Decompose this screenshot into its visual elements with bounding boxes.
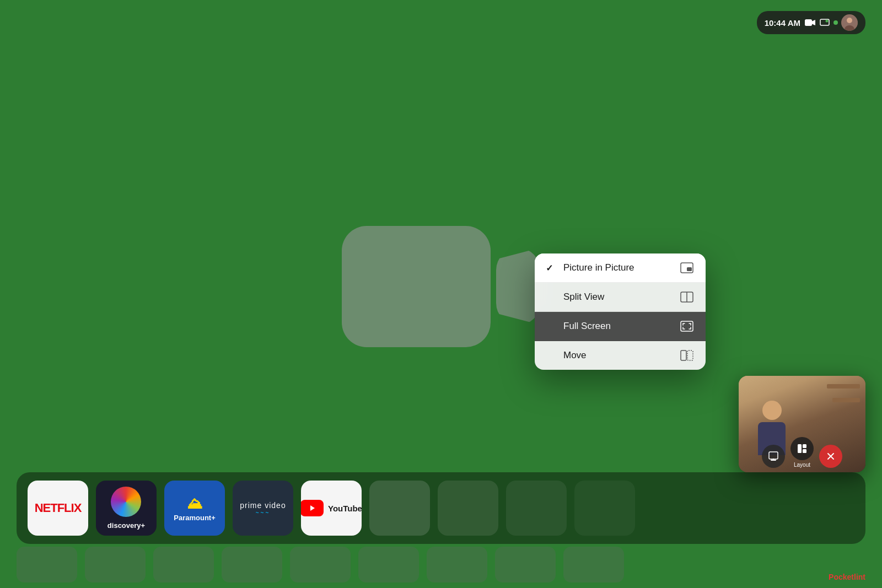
discovery-label: discovery+: [107, 521, 145, 530]
svg-rect-11: [681, 350, 686, 360]
pip-window: Layout: [739, 376, 865, 472]
app-discovery[interactable]: discovery+: [96, 481, 157, 536]
layout-label: Layout: [794, 462, 810, 468]
bottom-app-7: [427, 547, 487, 582]
split-label: Split View: [563, 292, 604, 303]
menu-item-move[interactable]: ✓ Move: [535, 341, 706, 370]
bottom-app-4: [222, 547, 282, 582]
svg-rect-14: [769, 452, 778, 459]
svg-rect-0: [805, 19, 812, 26]
svg-marker-13: [310, 505, 315, 511]
svg-point-2: [826, 20, 829, 23]
move-label: Move: [563, 350, 587, 361]
svg-rect-10: [681, 321, 693, 331]
camera-lens: [496, 248, 540, 325]
pip-close-button[interactable]: [819, 445, 842, 468]
app-prime[interactable]: prime video ~~~: [233, 481, 293, 536]
svg-rect-7: [687, 267, 692, 271]
paramount-content: ⛰ Paramount+: [174, 494, 216, 522]
menu-item-split[interactable]: ✓ Split View: [535, 283, 706, 312]
discovery-ball-icon: [111, 487, 141, 517]
bottom-app-2: [85, 547, 146, 582]
paramount-star-icon: ⛰: [187, 494, 202, 513]
menu-item-move-left: ✓ Move: [546, 350, 587, 361]
status-time: 10:44 AM: [765, 18, 800, 28]
bottom-app-9: [563, 547, 624, 582]
context-menu: ✓ Picture in Picture ✓ Split View ✓ Full…: [535, 253, 706, 370]
app-netflix[interactable]: NETFLIX: [28, 481, 88, 536]
facetime-app-icon: [331, 209, 551, 364]
screen-record-icon: [819, 17, 830, 28]
watermark-suffix: ocketlint: [833, 573, 865, 581]
svg-point-4: [847, 18, 852, 23]
menu-item-fullscreen[interactable]: ✓ Full Screen: [535, 312, 706, 341]
app-youtube[interactable]: YouTube: [301, 481, 362, 536]
avatar: [841, 14, 858, 31]
menu-item-pip-left: ✓ Picture in Picture: [546, 262, 634, 273]
prime-label: prime video: [240, 501, 286, 510]
pip-layout-button[interactable]: [790, 437, 814, 460]
pip-exit-button[interactable]: [762, 445, 785, 468]
bottom-app-1: [17, 547, 77, 582]
bottom-app-row: [17, 547, 865, 582]
netflix-label: NETFLIX: [35, 501, 82, 515]
status-bar: 10:44 AM: [757, 11, 865, 34]
svg-rect-12: [687, 350, 693, 360]
bottom-app-8: [495, 547, 556, 582]
youtube-content: YouTube: [301, 500, 362, 516]
menu-item-pip[interactable]: ✓ Picture in Picture: [535, 253, 706, 283]
bottom-app-5: [290, 547, 351, 582]
move-icon: [679, 349, 695, 362]
svg-rect-17: [798, 444, 802, 453]
app-shelf: NETFLIX discovery+ ⛰ Paramount+ prime vi…: [17, 472, 865, 544]
app-placeholder-3: [506, 481, 567, 536]
pip-shelf: [827, 384, 860, 389]
prime-smile-icon: ~~~: [256, 510, 271, 516]
pip-person-head: [762, 401, 782, 420]
watermark: Pocketlint: [829, 573, 865, 581]
split-icon: [679, 291, 695, 303]
menu-item-fullscreen-left: ✓ Full Screen: [546, 321, 611, 332]
paramount-label: Paramount+: [174, 514, 216, 522]
pip-label: Picture in Picture: [563, 262, 634, 273]
svg-rect-18: [803, 444, 806, 448]
youtube-label: YouTube: [328, 504, 362, 513]
fullscreen-icon: [679, 320, 695, 332]
fullscreen-label: Full Screen: [563, 321, 611, 332]
pip-icon: [679, 262, 695, 274]
pip-layout-container: Layout: [790, 437, 814, 468]
camera-body: [342, 226, 491, 347]
app-placeholder-4: [574, 481, 635, 536]
camera-indicator-icon: [805, 17, 816, 28]
checkmark-icon: ✓: [546, 263, 557, 273]
pip-shelf-2: [832, 398, 860, 402]
pip-controls: Layout: [762, 437, 842, 468]
active-indicator: [833, 20, 838, 25]
app-paramount[interactable]: ⛰ Paramount+: [164, 481, 225, 536]
prime-content: prime video ~~~: [240, 501, 286, 516]
app-placeholder-2: [438, 481, 498, 536]
menu-item-split-left: ✓ Split View: [546, 292, 604, 303]
svg-rect-19: [803, 449, 806, 453]
status-icons: [805, 14, 858, 31]
bottom-app-6: [358, 547, 419, 582]
bottom-app-3: [153, 547, 214, 582]
youtube-play-icon: [301, 500, 324, 516]
camera-shape: [342, 226, 540, 347]
app-placeholder-1: [369, 481, 430, 536]
